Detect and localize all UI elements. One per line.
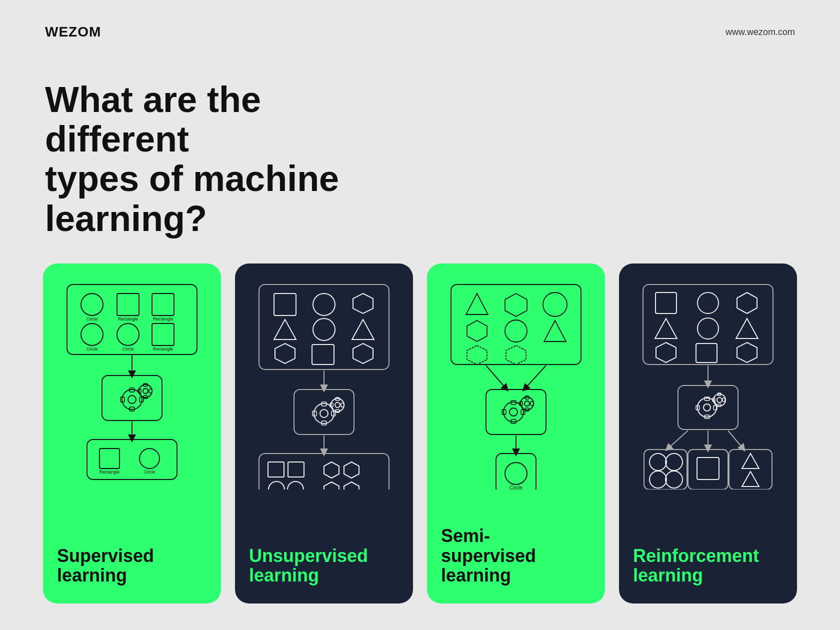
svg-marker-103 bbox=[655, 318, 677, 338]
svg-point-128 bbox=[666, 454, 682, 470]
svg-rect-100 bbox=[656, 292, 676, 314]
svg-point-22 bbox=[143, 388, 148, 394]
diagram-unsupervised bbox=[249, 280, 399, 532]
svg-marker-77 bbox=[544, 320, 566, 342]
svg-marker-39 bbox=[352, 320, 374, 340]
svg-point-129 bbox=[650, 471, 666, 488]
svg-marker-68 bbox=[344, 482, 359, 490]
svg-point-118 bbox=[717, 398, 722, 402]
svg-marker-106 bbox=[656, 342, 676, 362]
page-headline: What are the different types of machine … bbox=[0, 40, 840, 264]
svg-marker-36 bbox=[353, 294, 373, 314]
svg-text:Rectangle: Rectangle bbox=[118, 316, 138, 322]
card-semi-supervised: Circle Semi- supervised learning bbox=[427, 264, 605, 604]
svg-rect-110 bbox=[678, 386, 738, 430]
diagram-semi-supervised: Circle bbox=[441, 280, 591, 512]
svg-rect-60 bbox=[288, 462, 304, 477]
diagram-reinforcement bbox=[633, 280, 783, 532]
svg-line-81 bbox=[525, 366, 546, 388]
svg-point-101 bbox=[698, 292, 718, 314]
svg-rect-34 bbox=[274, 294, 296, 316]
svg-rect-3 bbox=[117, 294, 139, 316]
cards-container: Circle Rectangle Rectangle Circle Circle… bbox=[0, 264, 840, 630]
card-reinforcement: Reinforcement learning bbox=[619, 264, 797, 604]
reinforcement-label: Reinforcement learning bbox=[633, 532, 759, 586]
svg-marker-67 bbox=[324, 482, 339, 490]
svg-rect-120 bbox=[718, 404, 721, 406]
main-title: What are the different types of machine … bbox=[45, 80, 345, 238]
svg-rect-59 bbox=[268, 462, 284, 477]
svg-point-31 bbox=[140, 448, 160, 468]
svg-point-9 bbox=[117, 324, 139, 346]
svg-rect-131 bbox=[688, 450, 728, 490]
page-header: WEZOM www.wezom.com bbox=[0, 0, 840, 40]
svg-marker-108 bbox=[737, 342, 757, 362]
unsupervised-label: Unsupervised learning bbox=[249, 532, 368, 586]
svg-text:Rectangle: Rectangle bbox=[153, 346, 174, 352]
svg-point-97 bbox=[505, 462, 527, 484]
svg-rect-41 bbox=[312, 344, 334, 364]
svg-marker-105 bbox=[736, 318, 758, 338]
svg-line-125 bbox=[728, 430, 743, 448]
svg-marker-134 bbox=[742, 454, 759, 468]
svg-marker-42 bbox=[353, 344, 373, 364]
svg-point-62 bbox=[288, 482, 304, 490]
svg-point-61 bbox=[268, 482, 284, 490]
svg-point-104 bbox=[698, 318, 718, 339]
svg-point-16 bbox=[128, 396, 136, 404]
svg-point-130 bbox=[666, 471, 682, 488]
svg-text:Circle: Circle bbox=[122, 346, 134, 352]
svg-rect-29 bbox=[100, 448, 120, 468]
svg-point-127 bbox=[650, 454, 666, 470]
svg-point-74 bbox=[543, 292, 567, 316]
svg-point-90 bbox=[524, 401, 530, 406]
svg-text:Circle: Circle bbox=[144, 470, 155, 474]
svg-point-7 bbox=[81, 324, 103, 346]
svg-rect-107 bbox=[696, 344, 717, 362]
svg-marker-73 bbox=[505, 294, 527, 316]
semi-supervised-label: Semi- supervised learning bbox=[441, 512, 536, 586]
diagram-supervised: Circle Rectangle Rectangle Circle Circle… bbox=[57, 280, 207, 532]
svg-marker-40 bbox=[275, 344, 295, 364]
svg-rect-122 bbox=[722, 398, 725, 402]
svg-marker-66 bbox=[344, 462, 359, 478]
svg-point-112 bbox=[704, 404, 710, 411]
svg-marker-79 bbox=[506, 346, 526, 364]
svg-marker-72 bbox=[466, 294, 488, 314]
svg-rect-132 bbox=[697, 458, 719, 480]
card-unsupervised: Unsupervised learning bbox=[235, 264, 413, 604]
svg-text:Circle: Circle bbox=[86, 316, 98, 322]
svg-point-38 bbox=[313, 318, 335, 340]
svg-marker-135 bbox=[742, 472, 759, 486]
svg-marker-78 bbox=[467, 346, 487, 364]
svg-line-80 bbox=[486, 366, 506, 388]
svg-line-123 bbox=[668, 430, 688, 448]
svg-marker-75 bbox=[467, 320, 487, 342]
svg-point-46 bbox=[320, 410, 328, 418]
svg-rect-11 bbox=[152, 324, 174, 346]
svg-text:Circle: Circle bbox=[510, 485, 522, 490]
svg-point-52 bbox=[335, 402, 340, 408]
svg-point-1 bbox=[81, 294, 103, 316]
supervised-label: Supervised learning bbox=[57, 532, 154, 586]
svg-point-76 bbox=[505, 320, 527, 342]
svg-text:Rectangle: Rectangle bbox=[100, 470, 120, 474]
svg-marker-102 bbox=[737, 292, 757, 314]
website-url: www.wezom.com bbox=[726, 27, 795, 38]
svg-text:Circle: Circle bbox=[86, 346, 98, 352]
svg-rect-5 bbox=[152, 294, 174, 316]
svg-point-84 bbox=[510, 408, 518, 416]
svg-marker-37 bbox=[274, 320, 296, 340]
svg-rect-14 bbox=[102, 376, 162, 420]
svg-point-35 bbox=[313, 294, 335, 316]
svg-rect-44 bbox=[294, 390, 354, 434]
card-supervised: Circle Rectangle Rectangle Circle Circle… bbox=[43, 264, 221, 604]
logo: WEZOM bbox=[45, 24, 101, 40]
svg-marker-65 bbox=[324, 462, 339, 478]
svg-rect-133 bbox=[729, 450, 772, 490]
svg-text:Rectangle: Rectangle bbox=[153, 316, 174, 322]
svg-rect-82 bbox=[486, 390, 546, 434]
